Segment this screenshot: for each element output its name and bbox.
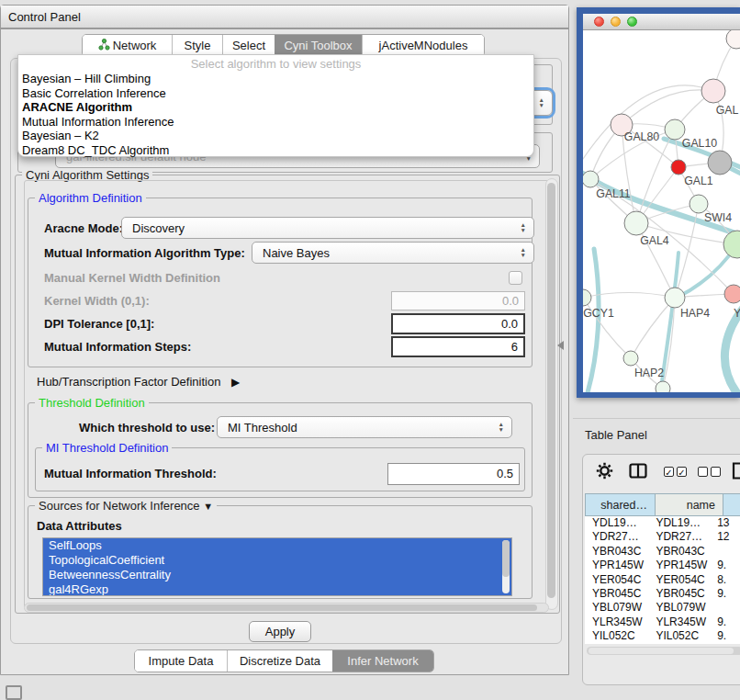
scrollbar-thumb[interactable] bbox=[547, 183, 555, 598]
node-label: GAL bbox=[716, 104, 739, 117]
network-node-gal11[interactable] bbox=[583, 171, 599, 187]
node-label: HAP2 bbox=[634, 367, 664, 379]
table-row[interactable]: YER054CYER054C8. bbox=[585, 573, 740, 587]
dropdown-item-mutual-information-inference[interactable]: Mutual Information Inference bbox=[18, 115, 533, 130]
network-graph[interactable]: GALGAL80GAL10GAL1GAL11SWI4GAL4YGCY1HAP4H… bbox=[583, 30, 740, 392]
table-cell: YBR045C bbox=[648, 587, 710, 601]
hub-definition-label: Hub/Transcription Factor Definition bbox=[37, 375, 220, 389]
table-row[interactable]: YBR043CYBR043C bbox=[585, 545, 740, 559]
tab-label: Style bbox=[185, 39, 211, 52]
table-row[interactable]: YLR345WYLR345W9. bbox=[585, 615, 740, 629]
table-cell: YDR27… bbox=[585, 530, 648, 544]
unchecked-checkbox-icon bbox=[698, 467, 708, 477]
network-node[interactable] bbox=[656, 381, 670, 392]
dropdown-item-basic-correlation-inference[interactable]: Basic Correlation Inference bbox=[18, 86, 533, 101]
tab-network[interactable]: Network bbox=[83, 35, 172, 56]
column-header-name[interactable]: name bbox=[656, 493, 723, 516]
attribute-item-topologicalcoefficient[interactable]: TopologicalCoefficient bbox=[43, 553, 511, 568]
table-row[interactable]: YDL19…YDL19…13 bbox=[585, 516, 740, 530]
minimize-window-icon[interactable] bbox=[611, 17, 621, 27]
dropdown-item-dream8-dc-tdc-algorithm[interactable]: Dream8 DC_TDC Algorithm bbox=[18, 143, 533, 158]
deselect-all-columns-icon[interactable] bbox=[698, 467, 721, 477]
attribute-item-betweennesscentrality[interactable]: BetweennessCentrality bbox=[43, 568, 511, 582]
close-window-icon[interactable] bbox=[594, 17, 604, 27]
dropdown-item-bayesian-k2[interactable]: Bayesian – K2 bbox=[18, 129, 533, 143]
scrollbar-thumb[interactable] bbox=[27, 604, 537, 611]
aracne-mode-combobox[interactable]: Discovery ▲▼ bbox=[121, 217, 534, 239]
sources-title-text: Sources for Network Inference bbox=[39, 499, 200, 513]
table-cell: YBL079W bbox=[585, 601, 648, 615]
dropdown-item-aracne-algorithm[interactable]: ARACNE Algorithm bbox=[18, 100, 533, 115]
which-threshold-combobox[interactable]: MI Threshold ▲▼ bbox=[217, 416, 512, 438]
checked-checkbox-icon: ✓ bbox=[677, 467, 687, 477]
list-scrollbar[interactable] bbox=[502, 540, 510, 593]
dropdown-item-bayesian-hill-climbing[interactable]: Bayesian – Hill Climbing bbox=[18, 72, 533, 86]
scrollbar-thumb[interactable] bbox=[502, 540, 510, 577]
table-row[interactable]: YDR27…YDR27…12 bbox=[585, 530, 740, 544]
select-all-columns-icon[interactable]: ✓ ✓ bbox=[664, 467, 687, 477]
network-node[interactable] bbox=[726, 30, 740, 49]
network-node-hap2[interactable] bbox=[623, 351, 638, 366]
tab-style[interactable]: Style bbox=[172, 35, 222, 56]
tab-label: jActiveMNodules bbox=[379, 39, 468, 52]
mi-steps-field[interactable]: 6 bbox=[391, 336, 525, 357]
zoom-window-icon[interactable] bbox=[627, 17, 637, 27]
network-node-gal1[interactable] bbox=[671, 160, 686, 175]
node-label: HAP4 bbox=[680, 307, 710, 320]
attribute-item-selfloops[interactable]: SelfLoops bbox=[43, 538, 511, 553]
attribute-item-gal4rgexp[interactable]: gal4RGexp bbox=[43, 582, 511, 596]
table-row[interactable]: YBR045CYBR045C9. bbox=[585, 587, 740, 601]
expand-arrow-icon[interactable]: ▶ bbox=[231, 376, 240, 389]
hub-definition-expander[interactable]: Hub/Transcription Factor Definition ▶ bbox=[37, 375, 240, 389]
sources-title[interactable]: Sources for Network Inference ▼ bbox=[35, 499, 217, 513]
screen: Control Panel × NetworkStyleSelectCyni T… bbox=[0, 0, 740, 700]
node-label: GAL10 bbox=[682, 137, 717, 150]
network-node-hap4[interactable] bbox=[665, 288, 685, 308]
tab-jactivemnodules[interactable]: jActiveMNodules bbox=[362, 35, 484, 56]
network-canvas[interactable]: GALGAL80GAL10GAL1GAL11SWI4GAL4YGCY1HAP4H… bbox=[583, 30, 740, 392]
document-icon[interactable] bbox=[732, 462, 740, 483]
table-row[interactable]: YBL079WYBL079W bbox=[585, 601, 740, 615]
tab-infer-network[interactable]: Infer Network bbox=[332, 650, 433, 672]
network-node-swi4[interactable] bbox=[690, 195, 708, 213]
control-panel-titlebar[interactable]: Control Panel × bbox=[1, 6, 568, 29]
node-label: Y bbox=[734, 307, 740, 320]
data-attributes-list[interactable]: SelfLoopsTopologicalCoefficientBetweenne… bbox=[42, 537, 512, 596]
aracne-mode-value: Discovery bbox=[132, 218, 185, 238]
column-header-shared[interactable]: shared… bbox=[585, 493, 656, 516]
kernel-width-field[interactable]: 0.0 bbox=[391, 291, 525, 310]
table-panel-window: ✓ ✓ shared…nameA YDL19…YDL19…13YDR27…YDR… bbox=[582, 454, 740, 685]
apply-button[interactable]: Apply bbox=[249, 621, 311, 642]
tab-cyni-toolbox[interactable]: Cyni Toolbox bbox=[275, 35, 362, 56]
network-node[interactable] bbox=[723, 231, 740, 258]
column-header-a[interactable]: A bbox=[723, 493, 740, 516]
panel-collapse-grip[interactable] bbox=[557, 341, 564, 350]
table-cell bbox=[710, 545, 740, 559]
network-node-gcy1[interactable] bbox=[583, 289, 591, 306]
network-node[interactable] bbox=[708, 151, 732, 175]
tab-impute-data[interactable]: Impute Data bbox=[135, 650, 227, 672]
gear-icon[interactable] bbox=[596, 462, 613, 483]
floating-panel-icon[interactable] bbox=[6, 685, 22, 700]
network-node-gal[interactable] bbox=[701, 79, 725, 103]
columns-icon[interactable] bbox=[629, 463, 647, 482]
settings-vertical-scrollbar[interactable] bbox=[545, 178, 558, 610]
tab-discretize-data[interactable]: Discretize Data bbox=[227, 650, 332, 672]
tab-label: Discretize Data bbox=[240, 654, 320, 668]
collapse-arrow-icon[interactable]: ▼ bbox=[203, 501, 213, 512]
kernel-width-label: Kernel Width (0,1): bbox=[44, 294, 150, 308]
manual-kernel-checkbox[interactable] bbox=[509, 271, 522, 285]
table-row[interactable]: YPR145WYPR145W9. bbox=[585, 559, 740, 572]
table-row[interactable]: YIL052CYIL052C9. bbox=[585, 629, 740, 643]
mi-threshold-field[interactable]: 0.5 bbox=[387, 463, 520, 485]
network-window-titlebar[interactable] bbox=[583, 14, 740, 30]
mi-type-combobox[interactable]: Naive Bayes ▲▼ bbox=[252, 242, 534, 264]
table-horizontal-scrollbar[interactable] bbox=[587, 647, 740, 655]
checked-checkbox-icon: ✓ bbox=[664, 467, 674, 477]
dpi-tolerance-field[interactable]: 0.0 bbox=[391, 313, 525, 334]
scrollbar-thumb[interactable] bbox=[589, 648, 734, 654]
settings-horizontal-scrollbar[interactable] bbox=[24, 603, 549, 613]
network-node-gal4[interactable] bbox=[624, 211, 648, 235]
tab-select[interactable]: Select bbox=[222, 35, 275, 56]
network-node-y[interactable] bbox=[724, 285, 740, 303]
